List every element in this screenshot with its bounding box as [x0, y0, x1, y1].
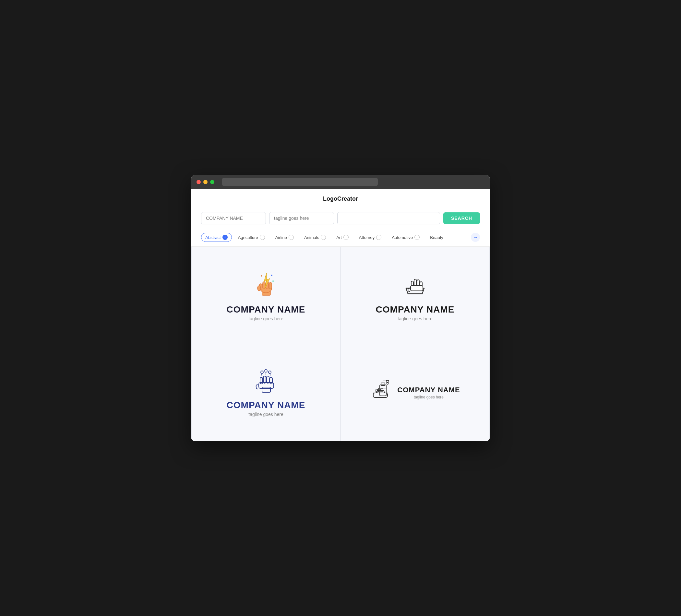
logo-icon-3	[250, 368, 282, 395]
logo4-company-name: COMPANY NAME	[397, 386, 460, 394]
svg-point-18	[264, 369, 267, 372]
address-bar[interactable]	[222, 178, 378, 186]
logo1-company-name: COMPANY NAME	[227, 304, 305, 315]
check-icon-airline	[288, 235, 294, 240]
company-name-input[interactable]	[201, 212, 266, 224]
filter-chip-agriculture[interactable]: Agriculture	[234, 233, 269, 242]
logo4-tagline: tagline goes here	[397, 395, 460, 400]
filter-label-abstract: Abstract	[205, 235, 221, 240]
check-icon-automotive	[414, 235, 420, 240]
check-icon-abstract: ✓	[223, 235, 228, 240]
app-title: LogoCreator	[323, 196, 358, 202]
maximize-button[interactable]	[210, 180, 215, 184]
filter-chip-abstract[interactable]: Abstract ✓	[201, 233, 232, 242]
svg-rect-20	[262, 387, 271, 392]
svg-point-8	[261, 275, 262, 277]
filter-chip-art[interactable]: Art	[332, 233, 353, 242]
filter-label-beauty: Beauty	[430, 235, 443, 240]
filter-label-airline: Airline	[275, 235, 287, 240]
search-button[interactable]: SEARCH	[443, 212, 480, 224]
svg-rect-24	[267, 376, 269, 383]
logo-card-4[interactable]: COMPANY NAME tagline goes here	[340, 344, 490, 441]
filter-chip-beauty[interactable]: Beauty	[426, 233, 447, 242]
filter-label-animals: Animals	[304, 235, 319, 240]
svg-point-9	[271, 275, 272, 276]
svg-rect-16	[410, 286, 423, 291]
svg-rect-23	[263, 376, 266, 383]
logo2-tagline: tagline goes here	[398, 316, 432, 321]
check-icon-agriculture	[260, 235, 265, 240]
svg-point-17	[261, 371, 263, 374]
filter-label-art: Art	[336, 235, 342, 240]
svg-point-19	[269, 371, 271, 374]
filter-bar: Abstract ✓ Agriculture Airline Animals A…	[191, 230, 490, 247]
logo2-company-name: COMPANY NAME	[376, 304, 455, 315]
browser-titlebar	[191, 175, 490, 189]
logo-card-3[interactable]: COMPANY NAME tagline goes here	[191, 344, 340, 441]
search-bar: SEARCH	[191, 207, 490, 230]
filter-chip-animals[interactable]: Animals	[300, 233, 330, 242]
logo-card-2[interactable]: COMPANY NAME tagline goes here	[340, 247, 490, 344]
filter-chip-airline[interactable]: Airline	[271, 233, 298, 242]
app-header: LogoCreator	[191, 189, 490, 207]
filter-label-agriculture: Agriculture	[238, 235, 258, 240]
svg-point-6	[257, 286, 261, 291]
filter-label-automotive: Automotive	[392, 235, 413, 240]
filter-chip-attorney[interactable]: Attorney	[355, 233, 385, 242]
logo4-wrapper: COMPANY NAME tagline goes here	[370, 378, 460, 407]
logo-grid: COMPANY NAME tagline goes here	[191, 247, 490, 441]
logo-icon-1	[250, 270, 282, 300]
logo4-text-block: COMPANY NAME tagline goes here	[397, 386, 460, 400]
check-icon-art	[344, 235, 349, 240]
app-content: LogoCreator SEARCH Abstract ✓ Agricultur…	[191, 189, 490, 441]
filter-next-button[interactable]: →	[471, 233, 480, 242]
svg-rect-31	[373, 393, 387, 397]
check-icon-animals	[321, 235, 326, 240]
logo-icon-2	[399, 270, 431, 300]
svg-rect-5	[269, 282, 272, 289]
logo3-company-name: COMPANY NAME	[227, 400, 305, 410]
filter-label-attorney: Attorney	[359, 235, 375, 240]
tagline-input[interactable]	[269, 212, 334, 224]
filter-chip-automotive[interactable]: Automotive	[387, 233, 424, 242]
svg-point-10	[272, 280, 274, 282]
check-icon-attorney	[376, 235, 381, 240]
svg-rect-21	[259, 383, 274, 388]
svg-point-30	[387, 383, 388, 385]
logo-card-1[interactable]: COMPANY NAME tagline goes here	[191, 247, 340, 344]
close-button[interactable]	[197, 180, 201, 184]
logo1-tagline: tagline goes here	[248, 316, 283, 321]
svg-rect-34	[381, 388, 383, 392]
logo3-tagline: tagline goes here	[248, 412, 283, 417]
keyword-input[interactable]	[337, 212, 440, 224]
logo-icon-4	[370, 378, 393, 402]
browser-window: LogoCreator SEARCH Abstract ✓ Agricultur…	[191, 175, 490, 441]
minimize-button[interactable]	[203, 180, 207, 184]
